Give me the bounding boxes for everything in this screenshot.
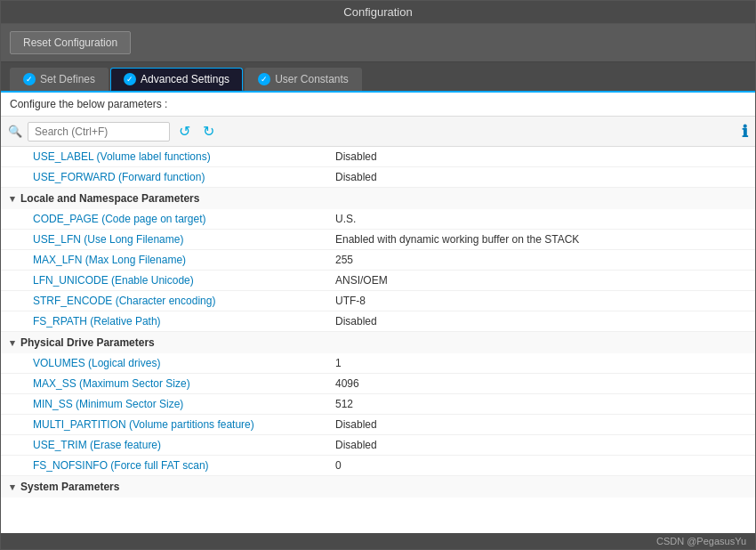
- param-value: 1: [335, 357, 342, 369]
- table-row: MAX_SS (Maximum Sector Size)4096: [1, 374, 755, 394]
- section-header[interactable]: ▾System Parameters: [1, 476, 755, 497]
- table-row: MAX_LFN (Max Long Filename)255: [1, 250, 755, 271]
- param-value: Disabled: [335, 171, 377, 183]
- param-name[interactable]: MAX_LFN (Max Long Filename): [33, 254, 335, 266]
- table-row: USE_LFN (Use Long Filename)Enabled with …: [1, 230, 755, 250]
- content-area: Configure the below parameters : 🔍 ↺ ↻ ℹ…: [1, 93, 755, 533]
- table-row: USE_LABEL (Volume label functions)Disabl…: [1, 147, 755, 167]
- tab-check-icon-set-defines: ✓: [23, 73, 36, 85]
- param-name[interactable]: MAX_SS (Maximum Sector Size): [33, 377, 335, 390]
- param-value: 512: [335, 398, 353, 410]
- table-row: USE_TRIM (Erase feature)Disabled: [1, 435, 755, 456]
- param-value: ANSI/OEM: [335, 274, 388, 287]
- chevron-down-icon: ▾: [10, 193, 15, 205]
- param-value: Disabled: [335, 150, 377, 163]
- param-value: 4096: [335, 377, 359, 390]
- param-name[interactable]: USE_LFN (Use Long Filename): [33, 233, 335, 246]
- tab-check-icon-advanced-settings: ✓: [124, 73, 136, 85]
- tab-set-defines[interactable]: ✓Set Defines: [10, 68, 109, 91]
- prev-result-button[interactable]: ↺: [175, 121, 194, 142]
- param-value: 255: [335, 254, 353, 266]
- table-row: USE_FORWARD (Forward function)Disabled: [1, 167, 755, 188]
- table-row: CODE_PAGE (Code page on target)U.S.: [1, 209, 755, 230]
- table-row: FS_NOFSINFO (Force full FAT scan)0: [1, 456, 755, 476]
- param-value: 0: [335, 459, 342, 472]
- title-bar: Configuration: [1, 1, 755, 24]
- tab-label-advanced-settings: Advanced Settings: [141, 73, 229, 85]
- param-name[interactable]: LFN_UNICODE (Enable Unicode): [33, 274, 335, 287]
- section-label: System Parameters: [20, 481, 119, 493]
- tabs-bar: ✓Set Defines✓Advanced Settings✓User Cons…: [1, 62, 755, 93]
- info-bar: Configure the below parameters :: [1, 93, 755, 117]
- reset-configuration-button[interactable]: Reset Configuration: [10, 31, 131, 54]
- table-row: VOLUMES (Logical drives)1: [1, 353, 755, 374]
- table-row: MULTI_PARTITION (Volume partitions featu…: [1, 415, 755, 435]
- next-result-button[interactable]: ↻: [199, 121, 218, 142]
- title-label: Configuration: [343, 5, 412, 19]
- param-value: U.S.: [335, 213, 356, 225]
- param-value: Disabled: [335, 418, 377, 431]
- table-row: FS_RPATH (Relative Path)Disabled: [1, 311, 755, 332]
- tab-label-set-defines: Set Defines: [40, 73, 95, 85]
- section-header[interactable]: ▾Locale and Namespace Parameters: [1, 188, 755, 209]
- tab-label-user-constants: User Constants: [275, 73, 349, 85]
- tab-advanced-settings[interactable]: ✓Advanced Settings: [110, 68, 243, 91]
- chevron-down-icon: ▾: [10, 481, 15, 493]
- param-name[interactable]: VOLUMES (Logical drives): [33, 357, 335, 369]
- section-label: Physical Drive Parameters: [20, 336, 155, 349]
- param-name[interactable]: USE_TRIM (Erase feature): [33, 439, 335, 451]
- param-name[interactable]: FS_NOFSINFO (Force full FAT scan): [33, 459, 335, 472]
- table-row: STRF_ENCODE (Character encoding)UTF-8: [1, 291, 755, 311]
- param-value: Enabled with dynamic working buffer on t…: [335, 233, 579, 246]
- param-value: Disabled: [335, 315, 377, 328]
- section-header[interactable]: ▾Physical Drive Parameters: [1, 332, 755, 353]
- section-label: Locale and Namespace Parameters: [20, 192, 199, 205]
- tab-check-icon-user-constants: ✓: [258, 73, 270, 85]
- tab-user-constants[interactable]: ✓User Constants: [245, 68, 362, 91]
- info-text: Configure the below parameters :: [10, 98, 167, 110]
- bottom-bar: CSDN @PegasusYu: [1, 533, 755, 549]
- param-name[interactable]: STRF_ENCODE (Character encoding): [33, 295, 335, 307]
- params-list: USE_LABEL (Volume label functions)Disabl…: [1, 147, 755, 533]
- search-bar: 🔍 ↺ ↻ ℹ: [1, 117, 755, 147]
- search-input[interactable]: [28, 122, 170, 142]
- param-name[interactable]: USE_LABEL (Volume label functions): [33, 150, 335, 163]
- param-name[interactable]: MULTI_PARTITION (Volume partitions featu…: [33, 418, 335, 431]
- param-value: Disabled: [335, 439, 377, 451]
- chevron-down-icon: ▾: [10, 337, 15, 349]
- search-icon: 🔍: [8, 125, 22, 138]
- info-button[interactable]: ℹ: [742, 122, 748, 142]
- toolbar: Reset Configuration: [1, 24, 755, 62]
- param-name[interactable]: MIN_SS (Minimum Sector Size): [33, 398, 335, 410]
- param-name[interactable]: USE_FORWARD (Forward function): [33, 171, 335, 183]
- param-name[interactable]: CODE_PAGE (Code page on target): [33, 213, 335, 225]
- table-row: MIN_SS (Minimum Sector Size)512: [1, 394, 755, 415]
- table-row: LFN_UNICODE (Enable Unicode)ANSI/OEM: [1, 271, 755, 291]
- param-value: UTF-8: [335, 295, 366, 307]
- bottom-text: CSDN @PegasusYu: [656, 536, 746, 546]
- param-name[interactable]: FS_RPATH (Relative Path): [33, 315, 335, 328]
